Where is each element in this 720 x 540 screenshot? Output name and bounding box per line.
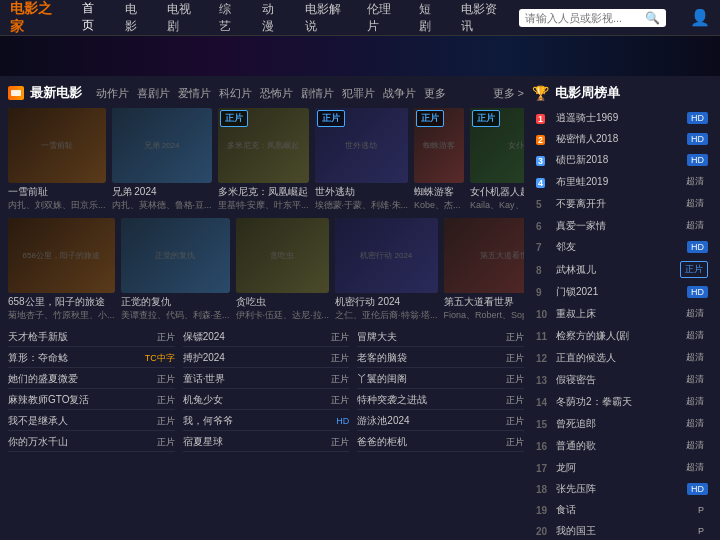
rank-movie-title: 武林孤儿 <box>556 263 677 277</box>
rank-movie-title: 重叔上床 <box>556 307 679 321</box>
list-item[interactable]: 机兔少女 正片 <box>183 391 350 410</box>
rank-item[interactable]: 3 碛巴新2018 HD <box>532 150 712 170</box>
movie-card[interactable]: 多米尼克：凤凰崛起 正片 多米尼克：凤凰崛起 里基特·安摩、叶东平... <box>218 108 309 212</box>
movie-card[interactable]: 正觉的复仇 正觉的复仇 美谭查拉、代码、利森·圣... <box>121 218 230 322</box>
nav-item-home[interactable]: 首页 <box>78 0 105 38</box>
film-icon <box>8 86 24 100</box>
trophy-icon: 🏆 <box>532 85 549 101</box>
rank-movie-title: 正直的候选人 <box>556 351 679 365</box>
list-item-title: 游泳池2024 <box>357 414 502 428</box>
genre-tabs: 动作片 喜剧片 爱情片 科幻片 恐怖片 剧情片 犯罪片 战争片 更多 <box>96 86 446 101</box>
list-item[interactable]: 保镖2024 正片 <box>183 328 350 347</box>
list-item[interactable]: 特种突袭之进战 正片 <box>357 391 524 410</box>
rank-number: 3 <box>536 154 556 166</box>
movie-title: 世外逃劫 <box>315 185 409 199</box>
movie-card[interactable]: 第五大道看世界 第五大道看世界 Fiona、Robert、Sophie、Rob.… <box>444 218 524 322</box>
movie-card[interactable]: 世外逃劫 正片 世外逃劫 埃德蒙·于蒙、利雄·朱... <box>315 108 409 212</box>
rank-item[interactable]: 17 龙阿 超清 <box>532 457 712 478</box>
rank-number: 16 <box>536 440 556 452</box>
rank-item[interactable]: 18 张先压阵 HD <box>532 479 712 499</box>
movie-title: 第五大道看世界 <box>444 295 524 309</box>
movie-title: 一雪前耻 <box>8 185 106 199</box>
genre-war[interactable]: 战争片 <box>383 86 416 101</box>
rank-number: 19 <box>536 504 556 516</box>
list-item[interactable]: 童话·世界 正片 <box>183 370 350 389</box>
list-item[interactable]: 搏护2024 正片 <box>183 349 350 368</box>
list-item[interactable]: 丫鬟的闺阁 正片 <box>357 370 524 389</box>
rank-item[interactable]: 1 逍遥骑士1969 HD <box>532 108 712 128</box>
movie-card[interactable]: 蜘蛛游客 正片 蜘蛛游客 Kobe、杰... <box>414 108 464 212</box>
list-item-title: 我不是继承人 <box>8 414 153 428</box>
rank-number: 5 <box>536 198 556 210</box>
nav-item-variety[interactable]: 综艺 <box>215 0 242 37</box>
rank-item[interactable]: 8 武林孤儿 正片 <box>532 258 712 281</box>
list-item[interactable]: 你的万水千山 正片 <box>8 433 175 452</box>
rank-item[interactable]: 13 假寝密告 超清 <box>532 369 712 390</box>
movie-card[interactable]: 一雪前耻 一雪前耻 内扎、刘双姝、田京乐... <box>8 108 106 212</box>
rank-movie-title: 不要离开升 <box>556 197 679 211</box>
more-link[interactable]: 更多 > <box>493 86 524 101</box>
movie-sub: 菊地杏子、竹原秋里、小... <box>8 309 115 322</box>
nav-item-anime[interactable]: 动漫 <box>258 0 285 37</box>
genre-scifi[interactable]: 科幻片 <box>219 86 252 101</box>
nav-item-ethics[interactable]: 伦理片 <box>363 0 399 37</box>
nav-item-explain[interactable]: 电影解说 <box>301 0 347 37</box>
movie-card[interactable]: 兄弟 2024 兄弟 2024 内扎、莫林德、鲁格·豆... <box>112 108 212 212</box>
rank-item[interactable]: 5 不要离开升 超清 <box>532 193 712 214</box>
search-button[interactable]: 🔍 <box>645 11 660 25</box>
list-item-title: 算形：夺命鲶 <box>8 351 141 365</box>
list-item[interactable]: 我不是继承人 正片 <box>8 412 175 431</box>
nav-item-short[interactable]: 短剧 <box>415 0 442 37</box>
rank-item[interactable]: 7 邻友 HD <box>532 237 712 257</box>
list-item[interactable]: 她们的盛夏微爱 正片 <box>8 370 175 389</box>
nav-item-movies[interactable]: 电影 <box>121 0 148 37</box>
genre-comedy[interactable]: 喜剧片 <box>137 86 170 101</box>
rank-item[interactable]: 6 真爱一家情 超清 <box>532 215 712 236</box>
list-item[interactable]: 算形：夺命鲶 TC中字 <box>8 349 175 368</box>
rank-item[interactable]: 11 检察方的嫌人(剧 超清 <box>532 325 712 346</box>
list-item[interactable]: 游泳池2024 正片 <box>357 412 524 431</box>
list-item[interactable]: 爸爸的柜机 正片 <box>357 433 524 452</box>
rank-item[interactable]: 14 冬荫功2：拳霸天 超清 <box>532 391 712 412</box>
genre-horror[interactable]: 恐怖片 <box>260 86 293 101</box>
movie-title: 多米尼克：凤凰崛起 <box>218 185 309 199</box>
genre-romance[interactable]: 爱情片 <box>178 86 211 101</box>
nav-item-news[interactable]: 电影资讯 <box>457 0 503 37</box>
list-item[interactable]: 老客的脑袋 正片 <box>357 349 524 368</box>
list-item-status: 正片 <box>331 373 349 386</box>
list-item[interactable]: 冒牌大夫 正片 <box>357 328 524 347</box>
genre-crime[interactable]: 犯罪片 <box>342 86 375 101</box>
rank-item[interactable]: 9 门锁2021 HD <box>532 282 712 302</box>
rank-item[interactable]: 19 食话 P <box>532 500 712 520</box>
rank-item[interactable]: 20 我的国王 P <box>532 521 712 540</box>
rank-badge-hd: 超清 <box>682 218 708 233</box>
rank-item[interactable]: 15 曾死追郎 超清 <box>532 413 712 434</box>
search-input[interactable] <box>525 12 645 24</box>
rank-badge-hd: HD <box>687 154 708 166</box>
movie-sub: 里基特·安摩、叶东平... <box>218 199 309 212</box>
genre-more[interactable]: 更多 <box>424 86 446 101</box>
rank-item[interactable]: 2 秘密情人2018 HD <box>532 129 712 149</box>
nav-item-tv[interactable]: 电视剧 <box>163 0 199 37</box>
list-item[interactable]: 天才枪手新版 正片 <box>8 328 175 347</box>
movie-card[interactable]: 贪吃虫 贪吃虫 伊利卡·伍廷、达尼·拉... <box>236 218 330 322</box>
list-item[interactable]: 麻辣教师GTO复活 正片 <box>8 391 175 410</box>
rank-item[interactable]: 16 普通的歌 超清 <box>532 435 712 456</box>
movie-card[interactable]: 658公里，阳子的旅途 658公里，阳子的旅途 菊地杏子、竹原秋里、小... <box>8 218 115 322</box>
user-icon[interactable]: 👤 <box>690 8 710 27</box>
rank-number: 7 <box>536 241 556 253</box>
rank-badge-hd: HD <box>687 286 708 298</box>
rank-item[interactable]: 4 布里蛙2019 超清 <box>532 171 712 192</box>
rank-item[interactable]: 12 正直的候选人 超清 <box>532 347 712 368</box>
list-item[interactable]: 宿夏星球 正片 <box>183 433 350 452</box>
rank-number: 13 <box>536 374 556 386</box>
genre-drama[interactable]: 剧情片 <box>301 86 334 101</box>
rank-badge-zp: 正片 <box>680 261 708 278</box>
rank-movie-title: 逍遥骑士1969 <box>556 111 684 125</box>
section-title: 最新电影 <box>30 84 82 102</box>
genre-action[interactable]: 动作片 <box>96 86 129 101</box>
movie-card[interactable]: 机密行动 2024 机密行动 2024 之仁、亚伦后裔·特翁·塔... <box>335 218 438 322</box>
list-item[interactable]: 我，何爷爷 HD <box>183 412 350 431</box>
rank-item[interactable]: 10 重叔上床 超清 <box>532 303 712 324</box>
movie-card[interactable]: 女仆机器人起源 正片 女仆机器人起源 Kaila、Kay、Bryan、Brewe… <box>470 108 524 212</box>
